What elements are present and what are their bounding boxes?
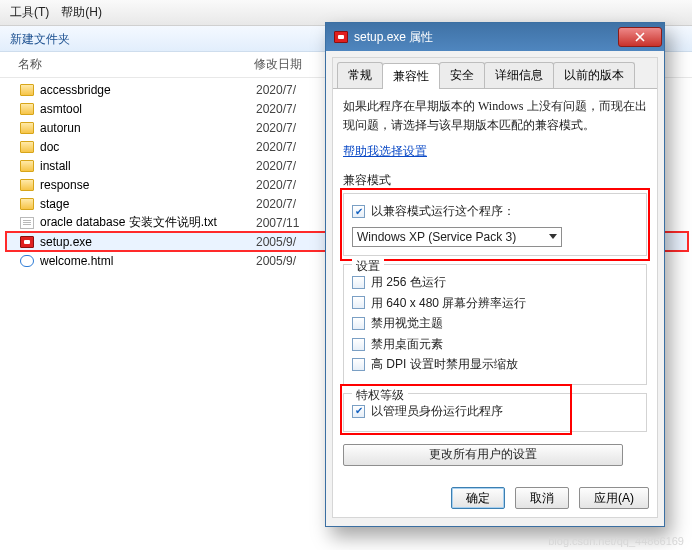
menu-help[interactable]: 帮助(H) <box>61 4 102 21</box>
privilege-legend: 特权等级 <box>352 386 408 405</box>
tabs: 常规 兼容性 安全 详细信息 以前的版本 <box>333 58 657 89</box>
folder-icon <box>18 122 36 134</box>
file-name: welcome.html <box>36 254 256 268</box>
file-name: response <box>36 178 256 192</box>
folder-icon <box>18 103 36 115</box>
opt-desktop-checkbox[interactable] <box>352 338 365 351</box>
app-icon <box>334 31 348 43</box>
compat-mode-select[interactable]: Windows XP (Service Pack 3) <box>352 227 562 247</box>
help-link[interactable]: 帮助我选择设置 <box>343 142 427 161</box>
tab-general[interactable]: 常规 <box>337 62 383 88</box>
cancel-button[interactable]: 取消 <box>515 487 569 509</box>
tab-details[interactable]: 详细信息 <box>484 62 554 88</box>
txt-icon <box>18 217 36 229</box>
dialog-buttons: 确定 取消 应用(A) <box>341 487 649 509</box>
compat-mode-label: 兼容模式 <box>343 171 647 190</box>
compat-mode-checkbox-label: 以兼容模式运行这个程序： <box>371 202 515 221</box>
properties-dialog: setup.exe 属性 常规 兼容性 安全 详细信息 以前的版本 如果此程序在… <box>325 22 665 527</box>
tab-panel-compatibility: 如果此程序在早期版本的 Windows 上没有问题，而现在出现问题，请选择与该早… <box>333 89 657 474</box>
settings-legend: 设置 <box>352 257 384 276</box>
opt-256-label: 用 256 色运行 <box>371 273 446 292</box>
html-icon <box>18 255 36 267</box>
close-button[interactable] <box>618 27 662 47</box>
settings-group: 设置 用 256 色运行 用 640 x 480 屏幕分辨率运行 禁用视觉主题 … <box>343 264 647 385</box>
tab-previous[interactable]: 以前的版本 <box>553 62 635 88</box>
opt-256-checkbox[interactable] <box>352 276 365 289</box>
file-name: setup.exe <box>36 235 256 249</box>
run-as-admin-checkbox[interactable] <box>352 405 365 418</box>
run-as-admin-label: 以管理员身份运行此程序 <box>371 402 503 421</box>
file-name: stage <box>36 197 256 211</box>
new-folder-button[interactable]: 新建文件夹 <box>10 32 70 46</box>
hint-text: 如果此程序在早期版本的 Windows 上没有问题，而现在出现问题，请选择与该早… <box>343 97 647 134</box>
dialog-body: 常规 兼容性 安全 详细信息 以前的版本 如果此程序在早期版本的 Windows… <box>332 57 658 518</box>
opt-640-label: 用 640 x 480 屏幕分辨率运行 <box>371 294 526 313</box>
file-name: asmtool <box>36 102 256 116</box>
titlebar[interactable]: setup.exe 属性 <box>326 23 664 51</box>
compat-mode-checkbox-row: 以兼容模式运行这个程序： <box>352 202 638 221</box>
tab-compatibility[interactable]: 兼容性 <box>382 63 440 89</box>
opt-theme-label: 禁用视觉主题 <box>371 314 443 333</box>
watermark: blog.csdn.net/qq_44866169 <box>548 535 684 547</box>
highlight-compat <box>340 188 650 261</box>
compat-mode-group: 以兼容模式运行这个程序： Windows XP (Service Pack 3) <box>343 193 647 256</box>
privilege-group: 特权等级 以管理员身份运行此程序 <box>343 393 647 432</box>
opt-desktop-label: 禁用桌面元素 <box>371 335 443 354</box>
file-name: install <box>36 159 256 173</box>
ok-button[interactable]: 确定 <box>451 487 505 509</box>
menu-tools[interactable]: 工具(T) <box>10 4 49 21</box>
opt-theme-checkbox[interactable] <box>352 317 365 330</box>
folder-icon <box>18 84 36 96</box>
exe-icon <box>18 236 36 248</box>
column-name-header[interactable]: 名称 <box>18 56 254 73</box>
tab-security[interactable]: 安全 <box>439 62 485 88</box>
folder-icon <box>18 160 36 172</box>
chevron-down-icon <box>549 234 557 239</box>
opt-640-checkbox[interactable] <box>352 296 365 309</box>
folder-icon <box>18 179 36 191</box>
apply-button[interactable]: 应用(A) <box>579 487 649 509</box>
folder-icon <box>18 198 36 210</box>
opt-dpi-checkbox[interactable] <box>352 358 365 371</box>
folder-icon <box>18 141 36 153</box>
file-name: autorun <box>36 121 256 135</box>
file-name: oracle database 安装文件说明.txt <box>36 214 256 231</box>
opt-dpi-label: 高 DPI 设置时禁用显示缩放 <box>371 355 518 374</box>
file-name: accessbridge <box>36 83 256 97</box>
dialog-title: setup.exe 属性 <box>354 29 618 46</box>
change-all-users-button[interactable]: 更改所有用户的设置 <box>343 444 623 466</box>
compat-mode-checkbox[interactable] <box>352 205 365 218</box>
compat-mode-selected: Windows XP (Service Pack 3) <box>357 228 516 247</box>
file-name: doc <box>36 140 256 154</box>
